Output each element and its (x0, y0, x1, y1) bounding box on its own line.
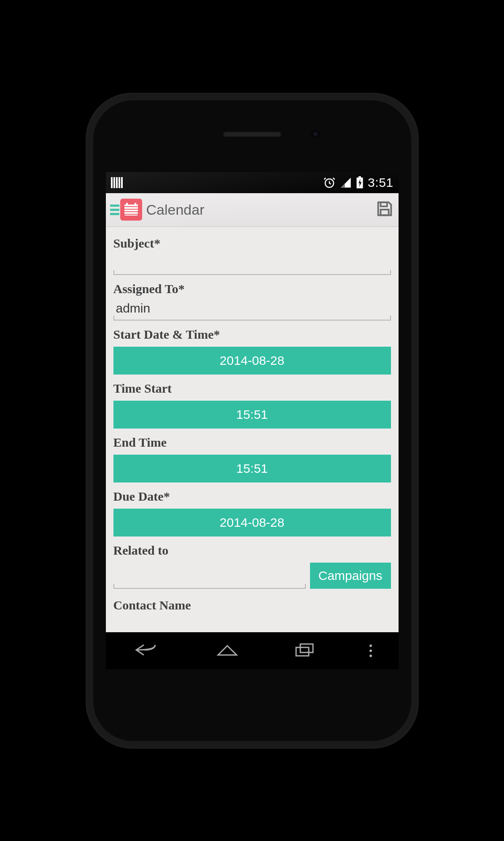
app-title: Calendar (146, 202, 205, 218)
system-nav-bar (106, 632, 399, 669)
start-date-time-label: Start Date & Time* (113, 327, 391, 342)
alarm-icon (323, 176, 336, 189)
app-bar: Calendar (106, 193, 399, 227)
notification-icon (111, 177, 123, 188)
related-type-button[interactable]: Campaigns (310, 563, 391, 589)
recent-apps-button[interactable] (293, 642, 316, 660)
status-bar: 3:51 (106, 172, 399, 193)
time-start-button[interactable]: 15:51 (113, 401, 391, 429)
end-time-button[interactable]: 15:51 (113, 455, 391, 482)
contact-name-label: Contact Name (113, 598, 391, 612)
dot-icon (369, 650, 372, 652)
start-date-button[interactable]: 2014-08-28 (113, 347, 391, 375)
back-button[interactable] (132, 642, 162, 660)
related-to-input[interactable] (113, 568, 306, 589)
related-to-row: Campaigns (113, 563, 391, 589)
signal-icon (340, 177, 352, 189)
phone-bezel: 3:51 Calendar Subject* Assigned To* admi… (93, 100, 411, 741)
subject-label: Subject* (113, 236, 391, 251)
phone-frame: 3:51 Calendar Subject* Assigned To* admi… (86, 93, 419, 749)
front-sensor (311, 130, 320, 138)
svg-rect-3 (380, 202, 387, 207)
svg-rect-2 (358, 176, 361, 178)
menu-icon[interactable] (110, 205, 119, 215)
svg-rect-5 (296, 647, 309, 656)
assigned-to-label: Assigned To* (113, 282, 391, 296)
battery-charging-icon (356, 176, 364, 189)
svg-rect-6 (300, 644, 313, 652)
save-button[interactable] (375, 199, 394, 220)
related-to-label: Related to (113, 543, 391, 558)
home-icon (215, 642, 240, 658)
menu-overflow-button[interactable] (369, 644, 372, 657)
save-icon (375, 199, 394, 218)
dot-icon (369, 655, 372, 657)
recent-icon (293, 642, 316, 658)
time-start-label: Time Start (113, 381, 391, 396)
form-body: Subject* Assigned To* admin Start Date &… (106, 227, 399, 632)
status-time: 3:51 (368, 175, 393, 190)
svg-rect-4 (380, 210, 388, 215)
back-icon (132, 642, 162, 658)
due-date-button[interactable]: 2014-08-28 (113, 509, 391, 536)
end-time-label: End Time (113, 435, 391, 450)
earpiece (223, 131, 282, 137)
screen: 3:51 Calendar Subject* Assigned To* admi… (106, 172, 399, 669)
dot-icon (369, 644, 372, 647)
calendar-icon (120, 199, 142, 221)
subject-input[interactable] (113, 254, 391, 275)
assigned-to-input[interactable]: admin (113, 299, 391, 321)
due-date-label: Due Date* (113, 489, 391, 504)
home-button[interactable] (215, 642, 240, 660)
